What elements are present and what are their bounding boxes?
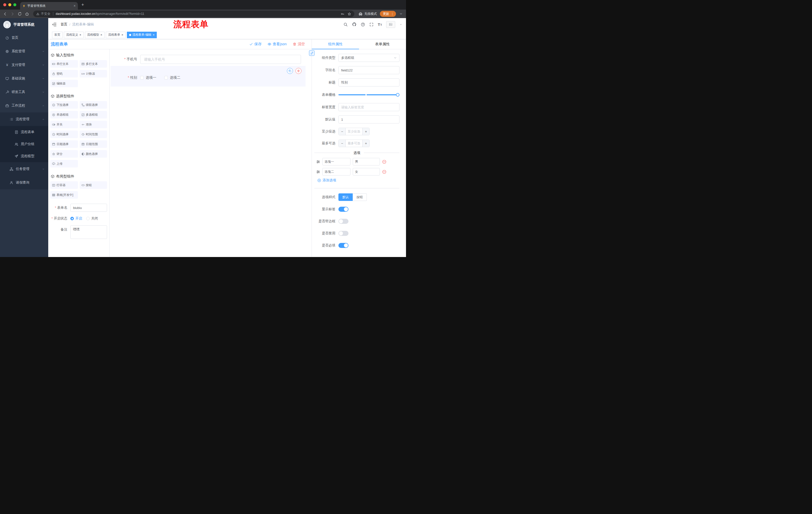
palette-item-single-line-text[interactable]: 单行文本 xyxy=(50,60,78,67)
sidebar-item-process-mgmt[interactable]: 流程管理 xyxy=(0,112,48,126)
form-canvas[interactable]: 手机号 性别 xyxy=(110,49,312,257)
style-default-button[interactable]: 默认 xyxy=(339,193,353,201)
tag-close-icon[interactable] xyxy=(153,33,155,36)
palette-item-time-picker[interactable]: 时间选择 xyxy=(50,131,78,138)
palette-item-radio-group[interactable]: 单选框组 xyxy=(50,111,78,118)
avatar-dropdown-icon[interactable] xyxy=(400,23,402,26)
palette-item-dropdown[interactable]: 下拉选择 xyxy=(50,101,78,109)
drag-handle-icon[interactable] xyxy=(316,170,320,174)
option-label-input[interactable] xyxy=(322,158,350,165)
form-name-input[interactable] xyxy=(70,204,107,212)
tab-form-props[interactable]: 表单属性 xyxy=(359,39,406,49)
browser-tab[interactable]: 芋道管理系统 xyxy=(20,2,78,9)
save-button[interactable]: 保存 xyxy=(249,42,262,47)
toolbar-chevron-icon[interactable] xyxy=(399,12,403,16)
sidebar-item-process-form[interactable]: 流程表单 xyxy=(0,126,48,138)
fullscreen-icon[interactable] xyxy=(369,22,374,27)
sidebar-item-workflow[interactable]: 工作流程 xyxy=(0,99,48,112)
view-json-button[interactable]: 查看json xyxy=(267,42,287,47)
palette-item-date-range[interactable]: 日期范围 xyxy=(80,140,107,148)
github-icon[interactable] xyxy=(352,22,356,27)
palette-item-rate[interactable]: 评分 xyxy=(50,150,78,158)
palette-item-color-picker[interactable]: 颜色选择 xyxy=(80,150,107,158)
font-size-icon[interactable] xyxy=(378,22,382,27)
status-on-radio[interactable]: 开启 xyxy=(70,216,82,221)
tag-home[interactable]: 首页 xyxy=(52,32,63,38)
increase-button[interactable] xyxy=(362,140,369,147)
max-select-value[interactable]: 最多可选 xyxy=(346,140,362,147)
app-logo[interactable]: 芋道管理系统 xyxy=(0,18,48,31)
palette-item-checkbox-group[interactable]: 多选框组 xyxy=(80,111,107,118)
bookmark-star-icon[interactable] xyxy=(347,12,351,16)
search-icon[interactable] xyxy=(343,22,348,27)
user-avatar[interactable] xyxy=(386,21,395,28)
option-label-input[interactable] xyxy=(322,168,350,175)
copy-widget-button[interactable] xyxy=(287,68,293,74)
add-option-button[interactable]: 添加选项 xyxy=(317,178,400,183)
tag-process-model[interactable]: 流程模型 xyxy=(85,32,105,38)
sidebar-item-infrastructure[interactable]: 基础设施 xyxy=(0,72,48,85)
tag-close-icon[interactable] xyxy=(121,33,123,36)
show-label-switch[interactable] xyxy=(339,207,348,212)
disabled-switch[interactable] xyxy=(339,231,348,236)
selected-widget-gender[interactable]: 性别 选项一 选项二 xyxy=(111,66,306,86)
sidebar-item-user-groups[interactable]: 用户分组 xyxy=(0,138,48,150)
remove-option-icon[interactable] xyxy=(382,160,386,164)
minimize-window-button[interactable] xyxy=(8,3,11,6)
clear-button[interactable]: 清空 xyxy=(293,42,305,47)
default-value-input[interactable] xyxy=(339,115,400,124)
sidebar-item-dev-tools[interactable]: 研发工具 xyxy=(0,85,48,99)
increase-button[interactable] xyxy=(362,128,369,135)
option-value-input[interactable] xyxy=(353,168,380,175)
style-button-button[interactable]: 按钮 xyxy=(353,193,367,201)
decrease-button[interactable] xyxy=(339,128,346,135)
sidebar-item-task-mgmt[interactable]: 任务管理 xyxy=(0,162,48,176)
component-type-select[interactable]: 多选框组 xyxy=(339,54,400,62)
gender-option1-checkbox[interactable]: 选项一 xyxy=(140,76,156,80)
palette-item-slider[interactable]: 滑块 xyxy=(80,121,107,128)
breadcrumb-home[interactable]: 首页 xyxy=(61,22,67,27)
reload-icon[interactable] xyxy=(18,12,22,16)
sidebar-item-payment-mgmt[interactable]: 支付管理 xyxy=(0,58,48,72)
help-icon[interactable] xyxy=(361,22,365,27)
palette-item-upload[interactable]: 上传 xyxy=(50,160,78,167)
palette-item-row-container[interactable]: 行容器 xyxy=(50,181,78,189)
gender-option2-checkbox[interactable]: 选项二 xyxy=(164,76,180,80)
zoom-window-button[interactable] xyxy=(13,3,16,6)
palette-item-button[interactable]: 按钮 xyxy=(80,181,107,189)
phone-field-row[interactable]: 手机号 xyxy=(111,55,306,64)
phone-input[interactable] xyxy=(140,55,301,64)
palette-item-date-picker[interactable]: 日期选择 xyxy=(50,140,78,148)
status-off-radio[interactable]: 关闭 xyxy=(86,216,98,221)
delete-widget-button[interactable] xyxy=(295,68,301,74)
tab-close-icon[interactable] xyxy=(74,4,76,7)
slider-track[interactable] xyxy=(339,94,398,95)
address-bar[interactable]: 不安全 dashboard.yudao.iocoder.cn/bpm/manag… xyxy=(33,10,354,17)
form-remark-textarea[interactable]: 嘿嘿 xyxy=(70,225,107,239)
palette-item-switch[interactable]: 开关 xyxy=(50,121,78,128)
field-name-input[interactable] xyxy=(339,66,400,74)
palette-item-time-range[interactable]: 时间范围 xyxy=(80,131,107,138)
title-input[interactable] xyxy=(339,78,400,86)
close-window-button[interactable] xyxy=(3,3,6,6)
tag-process-form-edit[interactable]: 流程表单-编辑 xyxy=(127,32,157,38)
label-width-input[interactable] xyxy=(339,103,400,111)
palette-item-cascader[interactable]: 级联选择 xyxy=(80,101,107,109)
tag-close-icon[interactable] xyxy=(79,33,81,36)
browser-menu-icon[interactable] xyxy=(390,12,395,16)
palette-item-table[interactable]: 表格[开发中] xyxy=(50,191,78,199)
sidebar-item-leave-query[interactable]: 请假查询 xyxy=(0,176,48,189)
home-icon[interactable] xyxy=(25,12,29,16)
sidebar-item-process-model[interactable]: 流程模型 xyxy=(0,150,48,162)
slider-handle[interactable] xyxy=(396,93,400,97)
drag-handle-icon[interactable] xyxy=(316,160,320,164)
option-value-input[interactable] xyxy=(353,158,380,165)
palette-item-editor[interactable]: 编辑器 xyxy=(50,80,78,87)
link-icon-badge[interactable] xyxy=(309,50,315,56)
min-select-value[interactable]: 至少应选 xyxy=(346,128,362,135)
security-warning-icon[interactable] xyxy=(36,12,39,16)
new-tab-button[interactable] xyxy=(81,2,84,7)
required-switch[interactable] xyxy=(339,243,348,248)
palette-item-password[interactable]: 密码 xyxy=(50,70,78,77)
remove-option-icon[interactable] xyxy=(382,170,386,174)
